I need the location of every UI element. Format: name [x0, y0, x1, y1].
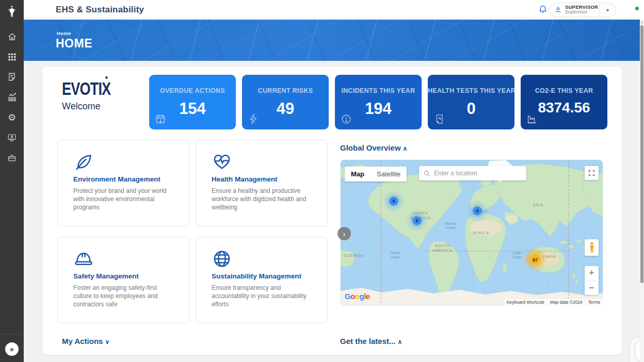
sidebar-expand-button[interactable]: »: [5, 342, 19, 356]
module-title: Safety Management: [73, 272, 139, 280]
user-menu[interactable]: SUPERVISOR Supervisor ▾: [549, 3, 616, 17]
map-label: AFRICA: [473, 231, 489, 235]
breadcrumb[interactable]: Home: [57, 30, 71, 36]
map-label: Ocean: [390, 255, 400, 259]
module-description: Protect your brand and your world with i…: [73, 187, 176, 212]
section-global-overview[interactable]: Global Overview∧: [340, 143, 407, 152]
content-area: EVOTIX Welcome OVERDUE ACTIONS 154 CURRE…: [24, 61, 640, 362]
calendar-alert-icon: [155, 113, 166, 125]
chevron-down-icon[interactable]: ▾: [600, 7, 616, 13]
dashboard-card: EVOTIX Welcome OVERDUE ACTIONS 154 CURRE…: [42, 67, 622, 355]
notifications-button[interactable]: [538, 4, 549, 15]
zoom-out-button[interactable]: −: [585, 281, 599, 295]
sidebar-item-settings[interactable]: ⚙: [0, 110, 24, 125]
evotix-logo-icon: [0, 3, 24, 21]
sidebar: ⚙ »: [0, 0, 24, 362]
map-label: SOUTH: [435, 244, 450, 248]
map-label: Indian: [512, 251, 522, 255]
sidebar-item-apps[interactable]: [0, 49, 24, 64]
zoom-in-button[interactable]: +: [585, 266, 599, 281]
map-label: Pacific: [390, 251, 400, 255]
map-label: Ocean: [445, 226, 456, 229]
section-get-latest[interactable]: Get the latest...∧: [340, 337, 402, 345]
map-label: Atlantic: [445, 222, 456, 225]
carousel-next-button[interactable]: ›: [337, 227, 351, 240]
module-card-sustainability[interactable]: Sustainability Management Ensure transpa…: [196, 237, 328, 323]
module-card-safety[interactable]: Safety Management Foster an engaging saf…: [57, 237, 189, 323]
chevron-up-icon: ∧: [398, 338, 403, 345]
health-report-icon: [433, 113, 445, 125]
stat-card-health-tests[interactable]: HEALTH TESTS THIS YEAR 0: [428, 75, 514, 129]
module-description: Ensure transparency and accountability i…: [212, 284, 315, 309]
map-zoom-control: + −: [585, 266, 599, 295]
stat-card-current-risks[interactable]: CURRENT RISKS 49: [242, 75, 329, 129]
map-label: ASIA: [533, 203, 543, 207]
topbar: EHS & Sustainability SUPERVISOR Supervis…: [24, 0, 644, 20]
module-title: Environment Management: [73, 175, 160, 183]
svg-text:6: 6: [416, 218, 418, 223]
welcome-text: Welcome: [62, 101, 101, 112]
brand-dot: [105, 76, 107, 79]
svg-text:5: 5: [476, 208, 479, 213]
cluster-marker-orange[interactable]: 67: [524, 249, 546, 270]
sidebar-item-resources[interactable]: [0, 150, 24, 166]
map-tab[interactable]: Map: [345, 167, 371, 182]
sidebar-item-home[interactable]: [0, 29, 24, 44]
bell-icon: [538, 4, 548, 15]
fullscreen-icon: [588, 170, 595, 176]
stat-label: CURRENT RISKS: [242, 87, 329, 94]
gear-icon: ⚙: [8, 113, 16, 122]
stat-label: INCIDENTS THIS YEAR: [335, 87, 422, 94]
chevron-down-icon: ∨: [105, 338, 109, 345]
terms-link[interactable]: Terms: [586, 299, 603, 305]
map-fullscreen-button[interactable]: [585, 166, 599, 180]
map-search-box: [419, 166, 526, 180]
map-label: Ocean: [512, 255, 522, 259]
factory-icon: [526, 113, 538, 125]
page-title: HOME: [56, 37, 92, 51]
sidebar-item-forms[interactable]: [0, 69, 24, 85]
svg-text:67: 67: [533, 257, 538, 262]
app-root: ⚙ » EHS & Sustainability: [0, 0, 644, 362]
stat-label: HEALTH TESTS THIS YEAR: [428, 87, 514, 94]
global-overview-map[interactable]: NORTH AMERICA SOUTH AMERICA AFRICA ASIA …: [341, 160, 603, 305]
map-data-label: Map data ©2024: [548, 299, 585, 305]
module-card-environment[interactable]: Environment Management Protect your bran…: [57, 140, 189, 226]
scroll-up-arrow[interactable]: ▲: [640, 20, 644, 25]
search-icon: [424, 170, 430, 177]
module-description: Ensure a healthy and productive workforc…: [212, 187, 315, 212]
brand-text: EVOTI: [62, 78, 102, 98]
stat-label: CO2-E THIS YEAR: [521, 87, 607, 94]
map-attribution: Keyboard shortcuts Map data ©2024 Terms: [504, 299, 603, 305]
map-type-toggle: Map Satellite: [345, 167, 407, 182]
status-online-dot: [635, 7, 639, 10]
satellite-tab[interactable]: Satellite: [371, 167, 407, 182]
module-card-health[interactable]: Health Management Ensure a healthy and p…: [196, 140, 328, 226]
sidebar-item-training[interactable]: [0, 130, 24, 145]
section-title: My Actions: [62, 337, 103, 345]
map-label: OCEANIA: [344, 254, 364, 257]
map-pegman-button[interactable]: [585, 239, 599, 256]
stat-card-overdue-actions[interactable]: OVERDUE ACTIONS 154: [149, 75, 236, 129]
alert-circle-icon: [341, 113, 352, 125]
keyboard-shortcuts-link[interactable]: Keyboard shortcuts: [504, 299, 547, 305]
section-title: Global Overview: [340, 143, 401, 152]
heart-pulse-icon: [212, 152, 232, 172]
stat-card-co2e[interactable]: CO2-E THIS YEAR 8374.56: [521, 75, 607, 129]
sidebar-divider: [0, 334, 24, 335]
double-chevron-right-icon: »: [10, 345, 14, 353]
module-title: Sustainability Management: [212, 272, 301, 280]
module-description: Foster an engaging safety-first culture …: [73, 284, 176, 309]
section-my-actions[interactable]: My Actions∨: [62, 337, 109, 345]
chevron-up-icon: ∧: [403, 145, 408, 152]
page-scrollbar[interactable]: ▲: [640, 20, 644, 362]
scrollbar-thumb[interactable]: [640, 25, 643, 283]
person-icon: [554, 6, 562, 14]
google-logo[interactable]: Google: [345, 292, 370, 301]
stat-card-incidents[interactable]: INCIDENTS THIS YEAR 194: [335, 75, 422, 129]
brand-x-letter: X: [102, 78, 110, 98]
sidebar-item-analytics[interactable]: [0, 89, 24, 105]
stat-label: OVERDUE ACTIONS: [149, 87, 236, 94]
hard-hat-icon: [73, 249, 94, 269]
map-search-input[interactable]: [434, 170, 517, 177]
